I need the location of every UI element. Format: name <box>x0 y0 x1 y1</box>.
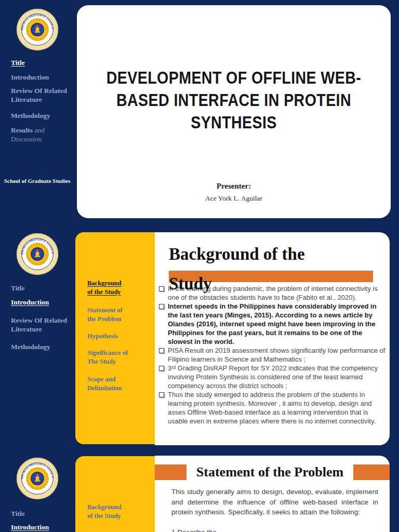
subnav-hypothesis-line1: Hypothesis <box>87 332 143 341</box>
presenter-label: Presenter: <box>77 182 391 191</box>
presentation-title-line2: BASED INTERFACE IN PROTEIN <box>102 89 365 111</box>
presentation-title: DEVELOPMENT OF OFFLINE WEB- BASED INTERF… <box>102 66 365 134</box>
bullet-item: 3ʳᵈ Grading DisRAP Report for SY 2022 in… <box>159 364 385 390</box>
subnav-significance-line1: Significance of <box>87 349 143 357</box>
slide-3-statement: Title Introduction Background of the Stu… <box>0 449 399 532</box>
slide-1-title-slide: Title Introduction Review Of Related Lit… <box>0 0 399 224</box>
sidebar-item-results-and: and <box>33 126 45 134</box>
bullet-item: Thus the study emerged to address the pr… <box>159 390 385 425</box>
slide-3-sidebar: Title Introduction <box>0 449 75 532</box>
bullet-text: PISA Result on 2019 assessment shows sig… <box>168 346 385 364</box>
slide-2-background: Title Introduction Review Of Related Lit… <box>0 224 399 449</box>
subnav-item-statement[interactable]: Statement of the Problem <box>87 306 143 324</box>
subnav-background-line2: of the Study <box>87 512 143 521</box>
sidebar-item-results-line2: Discussion <box>11 135 42 143</box>
sidebar-item-title[interactable]: Title <box>11 509 70 518</box>
sidebar-item-results[interactable]: Results and Discussion <box>11 126 70 143</box>
sidebar-item-results-word: Results <box>11 126 33 134</box>
section-title-line2: Study <box>169 274 212 293</box>
sidebar-item-review-line1: Review Of <box>11 316 42 324</box>
school-of-graduate-studies-label: School of Graduate Studies <box>4 178 74 184</box>
title-accent-bar-right <box>353 464 390 480</box>
subnav-item-hypothesis[interactable]: Hypothesis <box>87 332 143 341</box>
sidebar-item-review-line1: Review Of <box>11 87 42 95</box>
section-title-line1: Background of the <box>169 245 305 263</box>
sidebar-item-methodology[interactable]: Methodology <box>11 111 70 120</box>
checkbox-bullet-icon <box>159 348 164 353</box>
presentation-title-line3: SYNTHESIS <box>102 111 365 134</box>
background-bullet-list: In the learning during pandemic, the pro… <box>159 284 385 425</box>
university-seal-logo <box>16 233 59 275</box>
sidebar-item-title[interactable]: Title <box>11 284 70 292</box>
checkbox-bullet-icon <box>159 392 164 397</box>
sidebar-item-review[interactable]: Review Of Related Literature <box>11 86 70 104</box>
title-accent-bar-left <box>155 464 187 480</box>
slide-2-content-card: Background of the Study In the learning … <box>155 232 390 445</box>
subnav-scope-line2: Delimitation <box>87 384 143 393</box>
bullet-text: Thus the study emerged to address the pr… <box>168 390 385 425</box>
sidebar-item-methodology[interactable]: Methodology <box>11 342 70 351</box>
sidebar-item-title[interactable]: Title <box>11 58 70 67</box>
subnav-item-background[interactable]: Background of the Study <box>87 279 143 297</box>
slide-3-content-card: Statement of the Problem This study gene… <box>155 456 390 532</box>
subnav-item-scope[interactable]: Scope and Delimitation <box>87 375 143 393</box>
subnav-scope-line1: Scope and <box>87 375 143 384</box>
slide-1-sidebar: Title Introduction Review Of Related Lit… <box>0 0 75 224</box>
checkbox-bullet-icon <box>159 366 164 371</box>
slide-3-subnav-column: Background of the Study Statement of the… <box>75 456 156 532</box>
sidebar-item-introduction[interactable]: Introduction <box>11 298 70 307</box>
subnav-statement-line1: Statement of <box>87 306 143 315</box>
bullet-item: Internet speeds in the Philippines have … <box>159 302 385 346</box>
checkbox-bullet-icon <box>159 304 164 309</box>
subnav-background-line1: Background <box>87 503 143 512</box>
subnav-background-line1: Background <box>87 279 143 288</box>
section-title-row: Statement of the Problem <box>155 464 390 480</box>
bullet-item: PISA Result on 2019 assessment shows sig… <box>159 346 385 364</box>
subnav-item-significance[interactable]: Significance of The Study <box>87 349 143 366</box>
statement-paragraph: This study generally aims to design, dev… <box>171 487 378 517</box>
bullet-text: 3ʳᵈ Grading DisRAP Report for SY 2022 in… <box>168 364 385 390</box>
slide-2-sidebar: Title Introduction Review Of Related Lit… <box>0 224 75 449</box>
sidebar-item-introduction[interactable]: Introduction <box>11 73 70 82</box>
subnav-significance-line2: The Study <box>87 357 143 366</box>
sidebar-item-review[interactable]: Review Of Related Literature <box>11 316 70 334</box>
pdf-slide-viewer: Title Introduction Review Of Related Lit… <box>0 0 399 532</box>
checkbox-bullet-icon <box>159 286 164 291</box>
objective-list-fragment: 1.Describe the <box>171 528 378 532</box>
presentation-title-line1: DEVELOPMENT OF OFFLINE WEB- <box>102 66 365 89</box>
slide-1-content-card: DEVELOPMENT OF OFFLINE WEB- BASED INTERF… <box>77 5 391 218</box>
bullet-text: Internet speeds in the Philippines have … <box>168 302 385 346</box>
subnav-background-line2: of the Study <box>87 288 143 297</box>
section-title: Statement of the Problem <box>187 464 353 480</box>
presenter-name: Ace York L. Aguilar <box>77 194 391 203</box>
sidebar-item-introduction[interactable]: Introduction <box>11 523 70 531</box>
university-seal-logo <box>16 8 59 51</box>
university-seal-logo <box>16 457 59 500</box>
subnav-item-background[interactable]: Background of the Study <box>87 503 143 521</box>
subnav-statement-line2: the Problem <box>87 315 143 324</box>
slide-2-subnav-column: Background of the Study Statement of the… <box>75 232 156 444</box>
